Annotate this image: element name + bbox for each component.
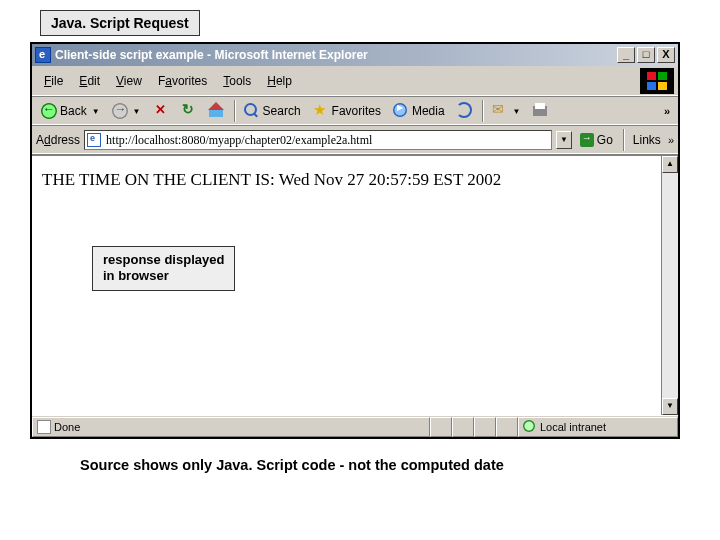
vertical-scrollbar[interactable]: ▲ ▼ xyxy=(661,156,678,415)
status-pane-2 xyxy=(452,417,474,437)
go-label: Go xyxy=(597,133,613,147)
forward-button[interactable]: ▼ xyxy=(107,100,146,122)
scroll-track[interactable] xyxy=(662,173,678,398)
back-label: Back xyxy=(60,104,87,118)
maximize-button[interactable]: □ xyxy=(637,47,655,63)
status-pane-1 xyxy=(430,417,452,437)
status-pane-4 xyxy=(496,417,518,437)
back-icon xyxy=(41,103,57,119)
home-button[interactable] xyxy=(204,100,230,122)
search-label: Search xyxy=(263,104,301,118)
history-icon xyxy=(457,103,473,119)
favorites-label: Favorites xyxy=(332,104,381,118)
print-button[interactable] xyxy=(528,100,554,122)
history-button[interactable] xyxy=(452,100,478,122)
refresh-icon xyxy=(181,103,197,119)
statusbar: Done Local intranet xyxy=(32,415,678,437)
ie-window: Client-side script example - Microsoft I… xyxy=(30,42,680,439)
zone-text: Local intranet xyxy=(540,421,606,433)
toolbar-separator xyxy=(623,129,624,151)
page-text: THE TIME ON THE CLIENT IS: Wed Nov 27 20… xyxy=(42,170,651,190)
scroll-down-button[interactable]: ▼ xyxy=(662,398,678,415)
toolbar-separator xyxy=(234,100,235,122)
status-text: Done xyxy=(54,421,80,433)
annotation-callout: response displayed in browser xyxy=(92,246,235,291)
links-label[interactable]: Links xyxy=(630,133,664,147)
menu-favorites[interactable]: Favorites xyxy=(150,72,215,90)
menu-tools[interactable]: Tools xyxy=(215,72,259,90)
menu-file[interactable]: File xyxy=(36,72,71,90)
address-input[interactable] xyxy=(104,132,549,149)
minimize-button[interactable]: _ xyxy=(617,47,635,63)
toolbar-overflow[interactable]: » xyxy=(660,105,674,117)
viewport: THE TIME ON THE CLIENT IS: Wed Nov 27 20… xyxy=(32,155,678,415)
zone-icon xyxy=(523,420,537,434)
security-zone: Local intranet xyxy=(518,417,678,437)
page-content-area: THE TIME ON THE CLIENT IS: Wed Nov 27 20… xyxy=(32,156,661,415)
address-box xyxy=(84,130,552,150)
media-button[interactable]: Media xyxy=(388,100,450,122)
page-icon xyxy=(87,133,101,147)
address-label: Address xyxy=(36,133,80,147)
links-overflow[interactable]: » xyxy=(668,134,674,146)
mail-icon xyxy=(492,103,508,119)
window-title: Client-side script example - Microsoft I… xyxy=(55,48,615,62)
media-icon xyxy=(393,103,409,119)
navigation-toolbar: Back ▼ ▼ Search Favorites Media ▼ » xyxy=(32,97,678,126)
menu-view[interactable]: View xyxy=(108,72,150,90)
print-icon xyxy=(533,103,549,119)
search-icon xyxy=(244,103,260,119)
address-bar: Address ▼ Go Links » xyxy=(32,126,678,155)
menu-edit[interactable]: Edit xyxy=(71,72,108,90)
menu-help[interactable]: Help xyxy=(259,72,300,90)
mail-button[interactable]: ▼ xyxy=(487,100,526,122)
done-page-icon xyxy=(37,420,51,434)
menubar: File Edit View Favorites Tools Help xyxy=(32,66,678,97)
callout-line1: response displayed xyxy=(103,252,224,267)
toolbar-separator xyxy=(482,100,483,122)
close-button[interactable]: X xyxy=(657,47,675,63)
titlebar: Client-side script example - Microsoft I… xyxy=(32,44,678,66)
search-button[interactable]: Search xyxy=(239,100,306,122)
callout-line2: in browser xyxy=(103,268,169,283)
address-dropdown[interactable]: ▼ xyxy=(556,131,572,149)
ie-icon xyxy=(35,47,51,63)
windows-logo-icon xyxy=(647,72,667,90)
ie-throbber xyxy=(640,68,674,94)
status-main: Done xyxy=(32,417,430,437)
slide-title: Java. Script Request xyxy=(40,10,200,36)
chevron-down-icon: ▼ xyxy=(513,107,521,116)
stop-button[interactable] xyxy=(148,100,174,122)
favorites-button[interactable]: Favorites xyxy=(308,100,386,122)
footer-note: Source shows only Java. Script code - no… xyxy=(80,457,690,473)
star-icon xyxy=(313,103,329,119)
media-label: Media xyxy=(412,104,445,118)
go-button[interactable]: Go xyxy=(576,133,617,147)
stop-icon xyxy=(153,103,169,119)
status-pane-3 xyxy=(474,417,496,437)
refresh-button[interactable] xyxy=(176,100,202,122)
go-icon xyxy=(580,133,594,147)
chevron-down-icon: ▼ xyxy=(92,107,100,116)
chevron-down-icon: ▼ xyxy=(133,107,141,116)
scroll-up-button[interactable]: ▲ xyxy=(662,156,678,173)
home-icon xyxy=(209,103,225,119)
back-button[interactable]: Back ▼ xyxy=(36,100,105,122)
forward-icon xyxy=(112,103,128,119)
